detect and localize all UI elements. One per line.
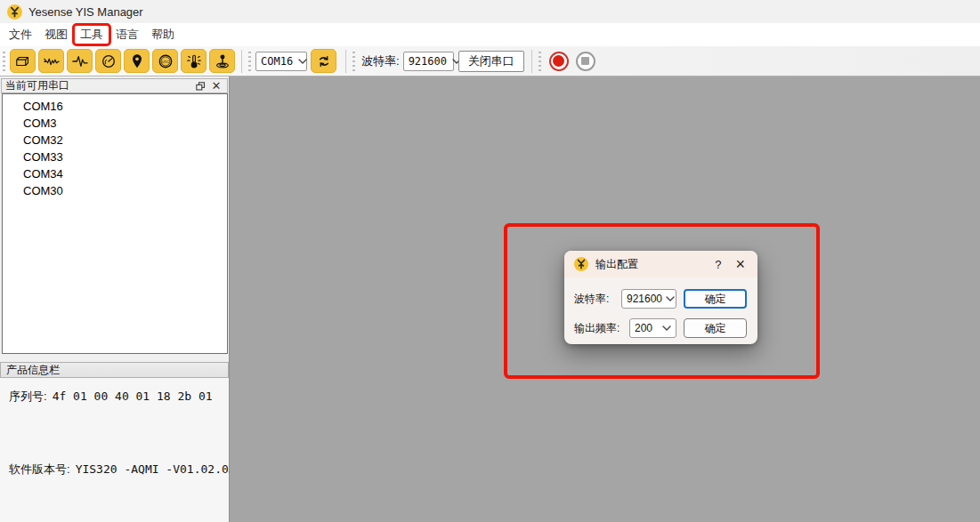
chevron-down-icon xyxy=(662,296,675,301)
close-panel-icon[interactable]: ✕ xyxy=(208,80,224,92)
output-config-dialog: 输出配置 ? × 波特率: 921600 确定 输出频率: 200 确定 xyxy=(564,251,757,344)
serial-ports-panel-header: 当前可用串口 ✕ xyxy=(1,78,228,93)
float-panel-icon[interactable] xyxy=(192,80,208,92)
dialog-baud-value: 921600 xyxy=(627,293,662,305)
serial-ports-panel-title: 当前可用串口 xyxy=(5,78,69,93)
serial-port-list: COM16 COM3 COM32 COM33 COM34 COM30 xyxy=(2,93,228,354)
toolbar-separator xyxy=(531,50,532,73)
chevron-down-icon xyxy=(293,59,307,64)
dialog-baud-label: 波特率: xyxy=(574,292,609,307)
baud-rate-select[interactable]: 921600 xyxy=(403,52,454,71)
toolbar-separator xyxy=(345,50,346,73)
app-logo-icon xyxy=(574,257,588,271)
refresh-arrows-icon[interactable] xyxy=(311,49,336,73)
menu-item-file[interactable]: 文件 xyxy=(3,25,38,44)
com-port-value: COM16 xyxy=(261,55,293,68)
toolbar: UTC COM16 波特率: 921600 xyxy=(0,46,980,76)
toolbar-grip[interactable] xyxy=(3,52,5,71)
stop-button[interactable] xyxy=(576,52,595,71)
toolbar-grip[interactable] xyxy=(248,52,251,71)
list-item-port[interactable]: COM3 xyxy=(3,115,227,132)
dialog-freq-label: 输出频率: xyxy=(574,321,620,336)
record-button[interactable] xyxy=(549,52,569,71)
window-title: Yesense YIS Manager xyxy=(28,5,143,19)
menu-bar: 文件 视图 工具 语言 帮助 xyxy=(0,23,980,46)
list-item-port[interactable]: COM32 xyxy=(3,132,227,149)
list-item-port[interactable]: COM33 xyxy=(3,149,227,165)
toolbar-grip[interactable] xyxy=(352,52,355,71)
thermometer-icon[interactable] xyxy=(181,49,207,73)
dialog-freq-ok-button[interactable]: 确定 xyxy=(684,318,747,338)
record-dot-icon xyxy=(553,55,564,67)
list-item-port[interactable]: COM16 xyxy=(3,98,227,115)
window-titlebar: Yesense YIS Manager xyxy=(0,0,980,23)
menu-item-language[interactable]: 语言 xyxy=(109,25,145,44)
dialog-help-button[interactable]: ? xyxy=(704,258,732,271)
menu-item-help[interactable]: 帮助 xyxy=(145,25,181,44)
location-pin-icon[interactable] xyxy=(124,49,150,73)
attitude-wave-icon[interactable] xyxy=(38,49,64,73)
baud-rate-value: 921600 xyxy=(409,55,447,68)
product-info-header: 产品信息栏 xyxy=(0,362,229,378)
stop-square-icon xyxy=(581,57,589,65)
pulse-wave-icon[interactable] xyxy=(67,49,93,73)
product-info-body: 序列号: 4f 01 00 40 01 18 2b 01 软件版本号: YIS3… xyxy=(0,378,229,522)
baud-rate-label: 波特率: xyxy=(361,53,400,69)
com-port-select[interactable]: COM16 xyxy=(255,52,307,71)
menu-item-tools[interactable]: 工具 xyxy=(74,25,109,44)
software-version-label: 软件版本号: xyxy=(9,462,70,478)
dialog-titlebar[interactable]: 输出配置 ? × xyxy=(564,251,757,277)
dialog-body: 波特率: 921600 确定 输出频率: 200 确定 xyxy=(564,277,757,338)
gauge-icon[interactable] xyxy=(95,49,121,73)
toolbar-separator xyxy=(241,50,242,73)
left-dock-panel: 当前可用串口 ✕ COM16 COM3 COM32 COM33 COM34 CO… xyxy=(0,76,230,522)
dialog-title: 输出配置 xyxy=(595,257,638,272)
cube-3d-icon[interactable] xyxy=(10,49,36,73)
app-logo-icon xyxy=(7,4,22,20)
dialog-freq-select[interactable]: 200 xyxy=(629,318,676,338)
dialog-close-icon[interactable]: × xyxy=(732,256,749,272)
chevron-down-icon xyxy=(659,325,671,331)
dialog-baud-ok-button[interactable]: 确定 xyxy=(684,289,747,309)
menu-item-view[interactable]: 视图 xyxy=(38,25,74,44)
toolbar-grip[interactable] xyxy=(539,52,541,71)
dialog-freq-value: 200 xyxy=(635,322,652,334)
list-item-port[interactable]: COM34 xyxy=(3,165,227,182)
svg-text:UTC: UTC xyxy=(161,59,168,63)
dialog-freq-row: 输出频率: 200 确定 xyxy=(574,318,747,338)
serial-number-value: 4f 01 00 40 01 18 2b 01 xyxy=(53,389,213,403)
list-item-port[interactable]: COM30 xyxy=(3,182,227,199)
software-version-value: YIS320 -AQMI -V01.02.03; xyxy=(76,462,243,476)
joystick-icon[interactable] xyxy=(209,49,235,73)
dialog-baud-select[interactable]: 921600 xyxy=(621,289,676,309)
serial-number-label: 序列号: xyxy=(9,389,47,405)
dialog-baud-row: 波特率: 921600 确定 xyxy=(574,289,747,309)
close-serial-port-button[interactable]: 关闭串口 xyxy=(458,51,524,72)
utc-clock-icon[interactable]: UTC xyxy=(152,49,178,73)
